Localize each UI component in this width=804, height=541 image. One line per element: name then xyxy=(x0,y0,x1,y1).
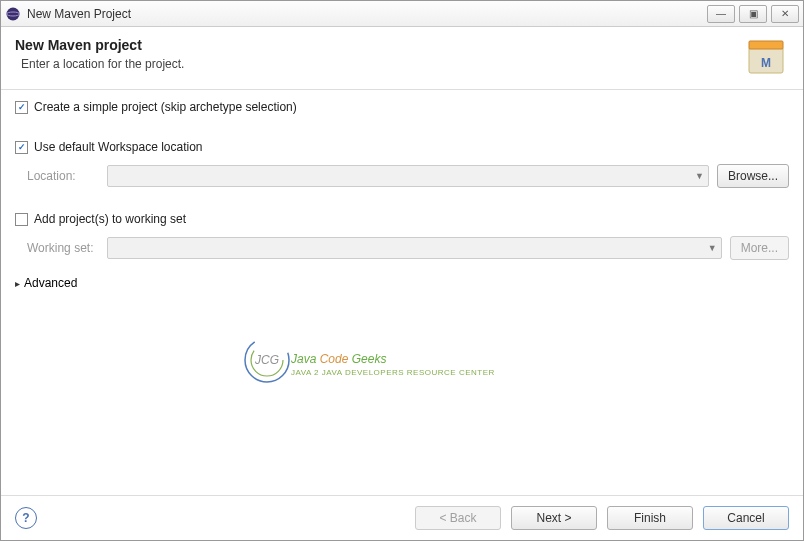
working-set-checkbox[interactable] xyxy=(15,213,28,226)
cancel-button[interactable]: Cancel xyxy=(703,506,789,530)
close-button[interactable]: ✕ xyxy=(771,5,799,23)
watermark-tagline: JAVA 2 JAVA DEVELOPERS RESOURCE CENTER xyxy=(291,368,495,377)
jcg-logo-icon: JCG xyxy=(239,332,295,388)
simple-project-label: Create a simple project (skip archetype … xyxy=(34,100,297,114)
default-location-label: Use default Workspace location xyxy=(34,140,203,154)
chevron-down-icon: ▼ xyxy=(708,243,717,253)
working-set-combo[interactable]: ▼ xyxy=(107,237,722,259)
page-subtitle: Enter a location for the project. xyxy=(21,57,743,71)
window-controls: — ▣ ✕ xyxy=(707,5,799,23)
svg-text:M: M xyxy=(761,56,771,70)
wizard-content: Create a simple project (skip archetype … xyxy=(1,90,803,495)
back-button[interactable]: < Back xyxy=(415,506,501,530)
titlebar: New Maven Project — ▣ ✕ xyxy=(1,1,803,27)
simple-project-checkbox[interactable] xyxy=(15,101,28,114)
working-set-label: Working set: xyxy=(27,241,99,255)
working-set-checkbox-label: Add project(s) to working set xyxy=(34,212,186,226)
more-button[interactable]: More... xyxy=(730,236,789,260)
expand-icon: ▸ xyxy=(15,278,20,289)
next-button[interactable]: Next > xyxy=(511,506,597,530)
watermark-code: Code xyxy=(320,352,352,366)
watermark-geeks: Geeks xyxy=(352,352,387,366)
minimize-button[interactable]: — xyxy=(707,5,735,23)
location-label: Location: xyxy=(27,169,99,183)
chevron-down-icon: ▼ xyxy=(695,171,704,181)
location-combo[interactable]: ▼ xyxy=(107,165,709,187)
wizard-footer: ? < Back Next > Finish Cancel xyxy=(1,495,803,540)
svg-text:JCG: JCG xyxy=(254,353,279,367)
page-title: New Maven project xyxy=(15,37,743,53)
advanced-toggle[interactable]: ▸ Advanced xyxy=(15,276,789,290)
svg-rect-3 xyxy=(749,41,783,49)
browse-button[interactable]: Browse... xyxy=(717,164,789,188)
svg-point-5 xyxy=(245,338,289,382)
maven-icon: M xyxy=(743,37,789,77)
maximize-button[interactable]: ▣ xyxy=(739,5,767,23)
default-location-checkbox[interactable] xyxy=(15,141,28,154)
help-icon[interactable]: ? xyxy=(15,507,37,529)
watermark-java: Java xyxy=(291,352,320,366)
svg-point-6 xyxy=(251,344,283,376)
eclipse-icon xyxy=(5,6,21,22)
window-title: New Maven Project xyxy=(27,7,707,21)
watermark: JCG Java Code Geeks JAVA 2 JAVA DEVELOPE… xyxy=(291,340,495,377)
wizard-header: New Maven project Enter a location for t… xyxy=(1,27,803,90)
finish-button[interactable]: Finish xyxy=(607,506,693,530)
advanced-label: Advanced xyxy=(24,276,77,290)
svg-point-0 xyxy=(7,7,20,20)
